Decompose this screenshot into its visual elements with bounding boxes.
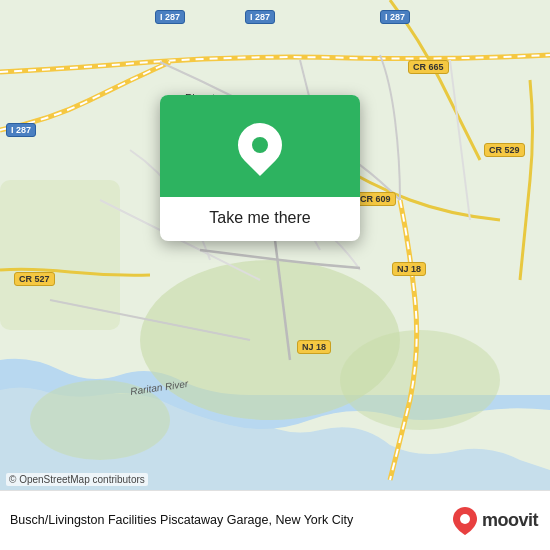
moovit-pin-icon bbox=[453, 507, 477, 535]
location-pin-icon bbox=[238, 123, 282, 175]
road-badge-nj18-2: NJ 18 bbox=[297, 340, 331, 354]
svg-rect-4 bbox=[0, 180, 120, 330]
moovit-brand-name: moovit bbox=[482, 510, 538, 531]
svg-point-2 bbox=[340, 330, 500, 430]
road-badge-i287-1: I 287 bbox=[155, 10, 185, 24]
road-badge-cr527: CR 527 bbox=[14, 272, 55, 286]
road-badge-cr609: CR 609 bbox=[355, 192, 396, 206]
road-badge-cr529: CR 529 bbox=[484, 143, 525, 157]
location-description: Busch/Livingston Facilities Piscataway G… bbox=[10, 512, 453, 530]
road-badge-i287-3: I 287 bbox=[380, 10, 410, 24]
map-attribution: © OpenStreetMap contributors bbox=[6, 473, 148, 486]
svg-point-5 bbox=[460, 514, 470, 524]
road-badge-cr665: CR 665 bbox=[408, 60, 449, 74]
bottom-bar: Busch/Livingston Facilities Piscataway G… bbox=[0, 490, 550, 550]
popup-header bbox=[160, 95, 360, 197]
road-badge-i287-2: I 287 bbox=[245, 10, 275, 24]
road-badge-i287-left: I 287 bbox=[6, 123, 36, 137]
moovit-logo: moovit bbox=[453, 507, 538, 535]
map-view: I 287 I 287 I 287 I 287 CR 665 CR 529 CR… bbox=[0, 0, 550, 490]
road-badge-nj18-1: NJ 18 bbox=[392, 262, 426, 276]
location-popup[interactable]: Take me there bbox=[160, 95, 360, 241]
take-me-there-button[interactable]: Take me there bbox=[193, 197, 326, 241]
